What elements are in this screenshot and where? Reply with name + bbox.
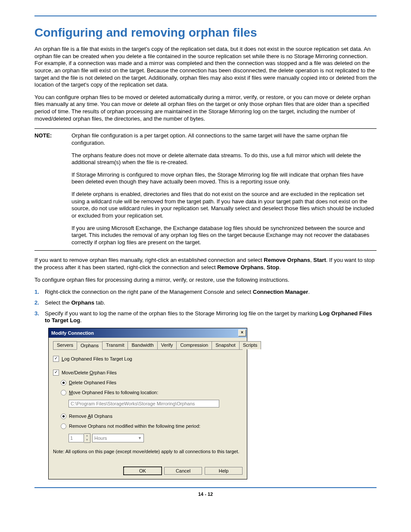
step-2-num: 2. (34, 299, 45, 307)
radio-delete-orphans[interactable]: Delete Orphaned Files (61, 380, 243, 386)
step-3: 3. Specify if you want to log the name o… (34, 310, 377, 324)
close-icon[interactable]: × (238, 330, 246, 336)
radio-icon (61, 414, 66, 419)
step-3-num: 3. (34, 310, 45, 324)
radio-icon (61, 390, 66, 395)
radio-icon (61, 423, 66, 429)
note-p5: If you are using Microsoft Exchange, the… (72, 225, 377, 246)
dialog-title: Modify Connection (51, 330, 238, 336)
page-number: 14 - 12 (34, 492, 377, 497)
move-location-input[interactable]: C:\Program Files\StorageWorks\Storage Mi… (68, 400, 219, 408)
chevron-up-icon: ▲ (84, 434, 90, 438)
step-1: 1. Right-click the connection on the rig… (34, 289, 377, 296)
radio-move-orphans[interactable]: Move Orphaned Files to following locatio… (61, 390, 243, 395)
intro-para-1: An orphan file is a file that exists in … (34, 46, 377, 89)
step-1-num: 1. (34, 289, 45, 296)
dialog-note-text: Note: All options on this page (except m… (53, 449, 243, 454)
tab-compression[interactable]: Compression (176, 341, 212, 349)
note-content: Orphan file configuration is a per targe… (72, 132, 377, 246)
spinner-buttons[interactable]: ▲▼ (84, 433, 90, 443)
time-unit-select[interactable]: Hours▼ (92, 434, 144, 442)
top-rule (34, 16, 377, 16)
checkbox-icon: ✓ (53, 356, 59, 362)
help-button[interactable]: Help (205, 467, 243, 475)
bottom-rule (34, 487, 377, 488)
note-p2: The orphans feature does not move or del… (72, 152, 377, 166)
para-manual-remove: If you want to remove orphan files manua… (34, 257, 377, 271)
steps-list: 1. Right-click the connection on the rig… (34, 289, 377, 324)
tab-servers[interactable]: Servers (53, 341, 77, 349)
time-value-input[interactable]: 1 (68, 434, 84, 442)
checkbox-icon: ✓ (53, 370, 59, 376)
page-title: Configuring and removing orphan files (34, 26, 377, 40)
radio-remove-orphans-time[interactable]: Remove Orphans not modified within the f… (61, 423, 243, 429)
chevron-down-icon: ▼ (84, 438, 90, 442)
radio-icon (61, 380, 66, 386)
para-instructions: To configure orphan files for processing… (34, 277, 377, 284)
note-label: NOTE: (34, 132, 72, 246)
tab-transmit[interactable]: Transmit (102, 341, 128, 349)
note-p1: Orphan file configuration is a per targe… (72, 132, 377, 146)
note-p4: If delete orphans is enabled, directorie… (72, 191, 377, 220)
dialog-titlebar[interactable]: Modify Connection × (49, 328, 247, 338)
checkbox-log-orphans[interactable]: ✓ Log Orphaned Files to Target Log (53, 356, 243, 362)
tab-scripts[interactable]: Scripts (239, 341, 262, 349)
modify-connection-dialog: Modify Connection × Servers Orphans Tran… (48, 328, 247, 479)
step-2: 2. Select the Orphans tab. (34, 299, 377, 307)
note-block: NOTE: Orphan file configuration is a per… (34, 128, 377, 251)
note-p3: If Storage Mirroring is configured to mo… (72, 171, 377, 186)
cancel-button[interactable]: Cancel (164, 467, 202, 475)
intro-para-2: You can configure orphan files to be mov… (34, 94, 377, 123)
tab-verify[interactable]: Verify (157, 341, 177, 349)
chevron-down-icon: ▼ (138, 434, 142, 442)
checkbox-move-delete-orphans[interactable]: ✓ Move/Delete Orphan Files (53, 370, 243, 376)
ok-button[interactable]: OK (124, 467, 162, 475)
tab-strip: Servers Orphans Transmit Bandwidth Verif… (53, 341, 243, 350)
tab-orphans[interactable]: Orphans (77, 342, 103, 350)
tab-bandwidth[interactable]: Bandwidth (128, 341, 157, 349)
radio-remove-all-orphans[interactable]: Remove All Orphans (61, 414, 243, 419)
tab-snapshot[interactable]: Snapshot (212, 341, 239, 349)
